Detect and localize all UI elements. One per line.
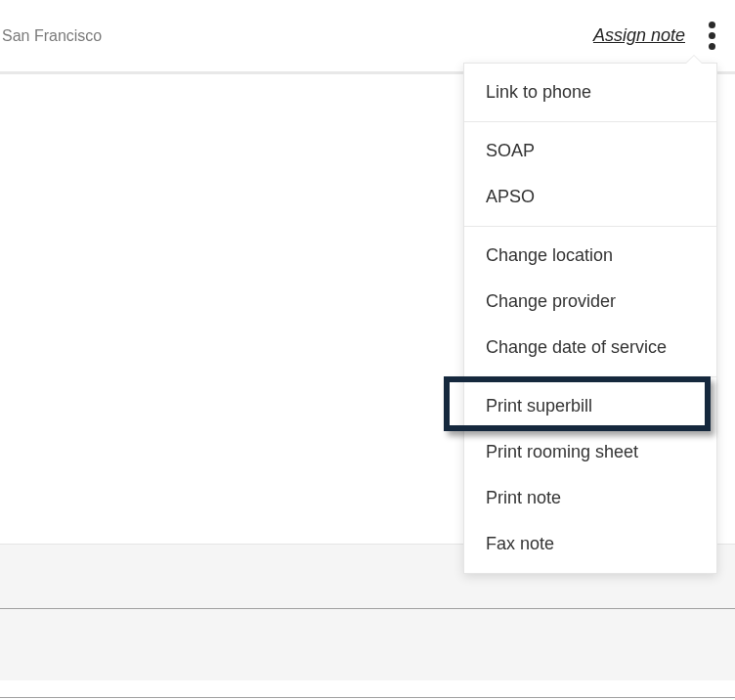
menu-item-apso[interactable]: APSO: [464, 174, 716, 220]
menu-group: Print superbill Print rooming sheet Prin…: [464, 377, 716, 573]
assign-note-link[interactable]: Assign note: [593, 25, 685, 46]
divider-line: [0, 608, 735, 609]
divider-line: [0, 697, 735, 698]
menu-item-soap[interactable]: SOAP: [464, 128, 716, 174]
more-options-icon[interactable]: [705, 18, 723, 54]
menu-item-change-date-of-service[interactable]: Change date of service: [464, 325, 716, 371]
menu-item-change-location[interactable]: Change location: [464, 233, 716, 279]
menu-item-print-superbill[interactable]: Print superbill: [464, 383, 716, 429]
menu-item-fax-note[interactable]: Fax note: [464, 521, 716, 567]
menu-group: Change location Change provider Change d…: [464, 227, 716, 377]
menu-item-print-rooming-sheet[interactable]: Print rooming sheet: [464, 429, 716, 475]
menu-item-link-to-phone[interactable]: Link to phone: [464, 69, 716, 115]
menu-item-change-provider[interactable]: Change provider: [464, 279, 716, 325]
menu-item-print-note[interactable]: Print note: [464, 475, 716, 521]
menu-group: Link to phone: [464, 64, 716, 122]
header-bar: San Francisco Assign note: [0, 0, 735, 71]
context-menu: Link to phone SOAP APSO Change location …: [463, 63, 717, 574]
header-right: Assign note: [593, 18, 723, 54]
menu-group: SOAP APSO: [464, 122, 716, 227]
location-text: San Francisco: [2, 27, 102, 45]
